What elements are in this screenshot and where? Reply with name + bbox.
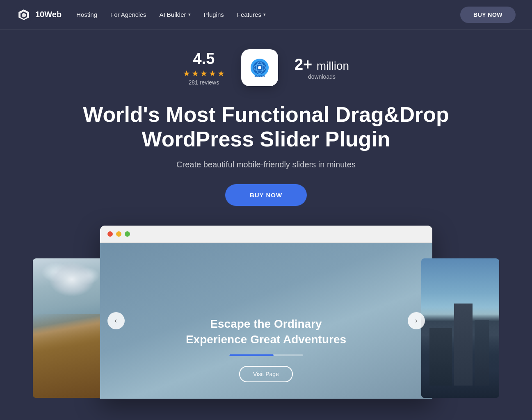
downloads-label: downloads <box>308 73 336 80</box>
nav-item-agencies[interactable]: For Agencies <box>110 11 146 18</box>
slider-progress-bar <box>229 354 303 356</box>
city-image <box>421 258 499 398</box>
chevron-down-icon: ▾ <box>188 12 191 17</box>
slider-title-line2: Experience Great Adventures <box>186 333 346 346</box>
navbar-left: 10Web Hosting For Agencies AI Builder ▾ … <box>16 7 266 22</box>
browser-mockup-wrapper: ‹ Escape the Ordinary Experience Great A… <box>16 226 516 399</box>
nav-item-features[interactable]: Features ▾ <box>237 11 266 18</box>
slider-prev-button[interactable]: ‹ <box>107 312 125 329</box>
chevron-right-icon: › <box>415 317 417 324</box>
side-image-left <box>33 258 111 398</box>
chevron-left-icon: ‹ <box>115 317 117 324</box>
nav-links: Hosting For Agencies AI Builder ▾ Plugin… <box>76 11 266 18</box>
nav-features-label: Features <box>237 11 261 18</box>
rating-number: 4.5 <box>193 50 215 68</box>
stats-row: 4.5 ★ ★ ★ ★ ★ 281 reviews SLIDER <box>183 49 349 86</box>
slider-progress-fill <box>229 354 274 356</box>
nav-item-plugins[interactable]: Plugins <box>204 11 224 18</box>
nav-ai-builder-label: AI Builder <box>160 11 186 18</box>
side-image-right <box>421 258 499 398</box>
star-rating: ★ ★ ★ ★ ★ <box>183 68 225 78</box>
hero-title: World's Most Functional Drag&Drop WordPr… <box>82 103 451 152</box>
chevron-down-icon-2: ▾ <box>263 12 266 17</box>
slider-next-button[interactable]: › <box>408 312 425 329</box>
downloads-block: 2+ million downloads <box>295 56 349 80</box>
rating-block: 4.5 ★ ★ ★ ★ ★ 281 reviews <box>183 50 225 86</box>
brand-name: 10Web <box>35 10 62 19</box>
star-4: ★ <box>209 68 216 78</box>
slider-preview: ‹ Escape the Ordinary Experience Great A… <box>100 243 432 399</box>
browser-dot-green <box>125 231 130 237</box>
star-1: ★ <box>183 68 190 78</box>
navbar: 10Web Hosting For Agencies AI Builder ▾ … <box>0 0 532 30</box>
browser-dot-yellow <box>116 231 121 237</box>
mountain-image <box>33 258 111 398</box>
star-3: ★ <box>200 68 208 78</box>
svg-text:SLIDER: SLIDER <box>254 74 265 77</box>
downloads-number: 2+ million <box>295 56 349 73</box>
plugin-icon: SLIDER <box>241 49 278 86</box>
reviews-label: 281 reviews <box>189 79 219 86</box>
star-5: ★ <box>217 68 225 78</box>
svg-point-6 <box>258 66 261 69</box>
browser-window: ‹ Escape the Ordinary Experience Great A… <box>100 226 432 399</box>
browser-dot-red <box>107 231 113 237</box>
slider-title-line1: Escape the Ordinary <box>186 317 346 331</box>
nav-buy-now-button[interactable]: BUY NOW <box>460 7 516 23</box>
star-2: ★ <box>192 68 199 78</box>
hero-section: 4.5 ★ ★ ★ ★ ★ 281 reviews SLIDER <box>0 30 532 399</box>
hero-buy-now-button[interactable]: BUY NOW <box>225 184 307 206</box>
slider-plugin-icon: SLIDER <box>247 55 272 80</box>
logo-icon <box>16 7 31 22</box>
slider-visit-button[interactable]: Visit Page <box>239 366 293 382</box>
browser-toolbar <box>100 226 432 243</box>
nav-item-ai-builder[interactable]: AI Builder ▾ <box>160 11 191 18</box>
slider-content: Escape the Ordinary Experience Great Adv… <box>186 317 346 382</box>
hero-subtitle: Create beautiful mobile-friendly sliders… <box>176 160 356 169</box>
nav-item-hosting[interactable]: Hosting <box>76 11 97 18</box>
logo-link[interactable]: 10Web <box>16 7 62 22</box>
